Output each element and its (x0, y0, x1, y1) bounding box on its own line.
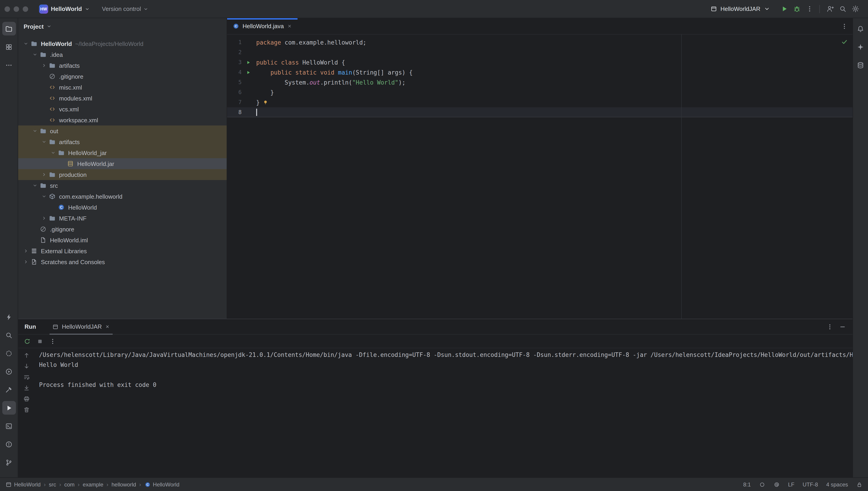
database-tool-button[interactable] (854, 58, 867, 72)
tree-item-production[interactable]: production (18, 169, 227, 180)
close-window-button[interactable] (4, 6, 10, 11)
services-tool-button[interactable] (2, 365, 16, 378)
breadcrumb-item-helloworld[interactable]: CHelloWorld (144, 481, 179, 488)
more-tool-windows-button[interactable] (2, 58, 16, 72)
intention-bulb-icon[interactable] (262, 99, 269, 105)
settings-button[interactable] (849, 2, 862, 15)
run-config-widget[interactable]: HelloWorldJAR (708, 4, 773, 14)
breadcrumb-item-helloworld[interactable]: HelloWorld (5, 481, 41, 488)
inspections-ok-icon[interactable] (841, 38, 848, 46)
code-line-8[interactable]: 8 (227, 107, 852, 117)
tree-item-vcs-xml[interactable]: vcs.xml (18, 104, 227, 115)
next-occurrence-button[interactable] (23, 363, 30, 370)
project-tool-button[interactable] (2, 22, 16, 35)
line-separator-widget[interactable]: LF (788, 481, 795, 488)
build-tool-button[interactable] (2, 383, 16, 397)
print-button[interactable] (23, 396, 30, 402)
tree-item-scratches-and-consoles[interactable]: Scratches and Consoles (18, 256, 227, 267)
problems-tool-button[interactable] (2, 437, 16, 451)
code-line-3[interactable]: 3public class HelloWorld { (227, 57, 852, 67)
code-with-me-button[interactable] (824, 2, 836, 15)
tree-item-helloworld-jar[interactable]: HelloWorld_jar (18, 147, 227, 158)
code-line-6[interactable]: 6 } (227, 87, 852, 97)
chevron-right-icon[interactable] (40, 63, 48, 68)
chevron-down-icon[interactable] (31, 52, 39, 57)
run-panel-options-icon[interactable] (826, 323, 834, 330)
tree-item-external-libraries[interactable]: External Libraries (18, 246, 227, 256)
breadcrumb-item-helloworld[interactable]: helloworld (112, 481, 136, 488)
project-panel-header[interactable]: Project (18, 18, 227, 34)
tree-item-misc-xml[interactable]: misc.xml (18, 82, 227, 93)
find-tool-button[interactable] (2, 328, 16, 342)
indent-widget[interactable]: 4 spaces (826, 481, 848, 488)
clear-console-button[interactable] (23, 406, 30, 413)
tree-item-meta-inf[interactable]: META-INF (18, 213, 227, 224)
tree-item-idea[interactable]: .idea (18, 49, 227, 60)
more-actions-button[interactable] (803, 2, 816, 15)
code-line-4[interactable]: 4 public static void main(String[] args)… (227, 67, 852, 77)
chevron-down-icon[interactable] (31, 183, 39, 188)
close-run-tab-icon[interactable] (105, 324, 110, 329)
run-line-icon[interactable] (244, 70, 252, 75)
run-tool-button[interactable] (2, 401, 16, 415)
tree-item-artifacts[interactable]: artifacts (18, 136, 227, 147)
code-line-1[interactable]: 1package com.example.helloworld; (227, 37, 852, 47)
breadcrumb-item-src[interactable]: src (49, 481, 56, 488)
prev-occurrence-button[interactable] (23, 352, 30, 359)
file-encoding-widget[interactable]: UTF-8 (803, 481, 818, 488)
tree-item-artifacts[interactable]: artifacts (18, 60, 227, 71)
search-everywhere-button[interactable] (836, 2, 849, 15)
tree-item-out[interactable]: out (18, 125, 227, 136)
chevron-right-icon[interactable] (40, 172, 48, 177)
debug-button[interactable] (790, 2, 803, 15)
version-control-tool-button[interactable] (2, 456, 16, 469)
zoom-window-button[interactable] (23, 6, 28, 11)
run-tab-helloworldjar[interactable]: HelloWorldJAR (50, 319, 113, 334)
coverage-tool-button[interactable] (2, 346, 16, 360)
run-button[interactable] (778, 2, 790, 15)
code-line-5[interactable]: 5 System.out.println("Hello World"); (227, 77, 852, 87)
chevron-down-icon[interactable] (40, 139, 48, 145)
breadcrumb-item-com[interactable]: com (64, 481, 74, 488)
project-widget[interactable]: HW HelloWorld (36, 2, 93, 15)
tree-item-helloworld[interactable]: HelloWorld~/IdeaProjects/HelloWorld (18, 38, 227, 49)
at-sign-widget[interactable] (774, 481, 780, 488)
tree-item-modules-xml[interactable]: modules.xml (18, 93, 227, 104)
chevron-down-icon[interactable] (22, 41, 30, 47)
chevron-down-icon[interactable] (31, 128, 39, 134)
tree-item-workspace-xml[interactable]: workspace.xml (18, 115, 227, 125)
profiler-tool-button[interactable] (2, 310, 16, 324)
editor-tab-helloworld-java[interactable]: C HelloWorld.java (227, 18, 298, 34)
tree-item-gitignore[interactable]: .gitignore (18, 224, 227, 235)
version-control-widget[interactable]: Version control (99, 4, 152, 14)
tree-item-helloworld[interactable]: CHelloWorld (18, 202, 227, 213)
tree-item-helloworld-iml[interactable]: HelloWorld.iml (18, 235, 227, 246)
code-editor[interactable]: 1package com.example.helloworld;23public… (227, 34, 852, 319)
soft-wrap-button[interactable] (23, 374, 30, 380)
code-line-2[interactable]: 2 (227, 47, 852, 57)
close-tab-icon[interactable] (287, 24, 292, 29)
code-line-7[interactable]: 7} (227, 97, 852, 107)
rerun-button[interactable] (24, 338, 31, 345)
run-line-icon[interactable] (244, 60, 252, 65)
scroll-to-end-button[interactable] (23, 385, 30, 392)
tree-item-helloworld-jar[interactable]: HelloWorld.jar (18, 158, 227, 169)
read-only-widget[interactable] (856, 481, 863, 488)
notifications-button[interactable] (854, 22, 867, 35)
minimize-window-button[interactable] (13, 6, 19, 11)
run-more-options-button[interactable] (49, 338, 56, 345)
highlighting-level-widget[interactable] (759, 481, 765, 488)
chevron-down-icon[interactable] (40, 194, 48, 199)
tree-item-com-example-helloworld[interactable]: com.example.helloworld (18, 191, 227, 202)
chevron-right-icon[interactable] (40, 215, 48, 221)
chevron-down-icon[interactable] (49, 150, 57, 155)
ai-assistant-button[interactable] (854, 40, 867, 54)
structure-tool-button[interactable] (2, 40, 16, 54)
stop-button[interactable] (36, 338, 43, 345)
chevron-right-icon[interactable] (22, 259, 30, 265)
terminal-tool-button[interactable] (2, 419, 16, 433)
editor-options-icon[interactable] (841, 23, 848, 30)
hide-run-panel-icon[interactable] (839, 323, 846, 330)
tree-item-src[interactable]: src (18, 180, 227, 191)
chevron-right-icon[interactable] (22, 248, 30, 254)
